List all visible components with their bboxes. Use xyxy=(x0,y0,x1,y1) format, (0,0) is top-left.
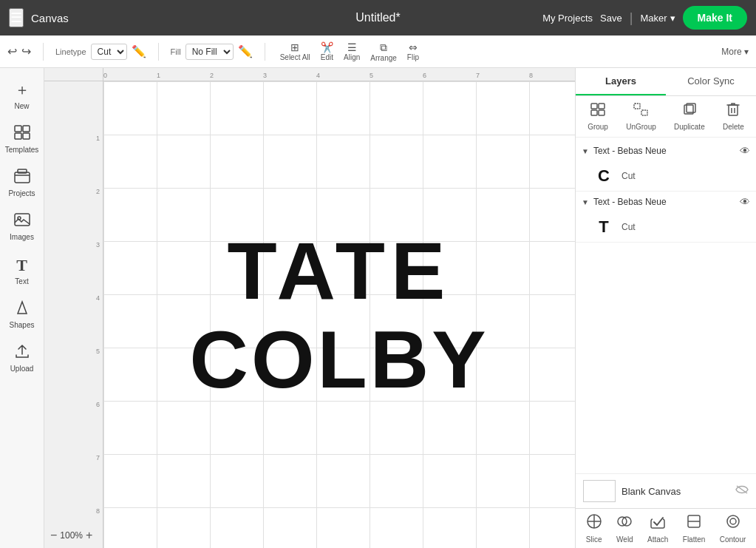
canvas-content: TATE COLBY xyxy=(103,81,575,548)
right-panel: Layers Color Sync Group UnGroup xyxy=(575,68,756,548)
undo-button[interactable]: ↩ xyxy=(7,44,17,58)
ruler-v-tick-4: 4 xyxy=(96,294,100,302)
group-label: Group xyxy=(588,123,608,131)
attach-icon xyxy=(650,513,666,533)
sidebar-item-projects[interactable]: Projects xyxy=(3,163,41,203)
maker-button[interactable]: Maker ▾ xyxy=(640,13,675,24)
arrange-btn[interactable]: ⧉ Arrange xyxy=(370,41,397,62)
ruler-h-tick-1: 1 xyxy=(157,72,160,79)
flatten-label: Flatten xyxy=(683,535,706,544)
duplicate-tool[interactable]: Duplicate xyxy=(674,102,705,131)
text-canvas[interactable]: TATE COLBY xyxy=(190,230,489,400)
my-projects-button[interactable]: My Projects xyxy=(542,13,593,24)
tab-layers[interactable]: Layers xyxy=(576,68,666,95)
svg-rect-5 xyxy=(18,169,27,173)
layer-eye-1[interactable]: 👁 xyxy=(740,145,750,157)
layer-item-label-2: Cut xyxy=(622,222,636,232)
attach-tool[interactable]: Attach xyxy=(647,513,668,544)
delete-icon xyxy=(725,102,741,121)
delete-label: Delete xyxy=(723,123,744,131)
ungroup-tool[interactable]: UnGroup xyxy=(626,102,656,131)
ruler-v-tick-7: 7 xyxy=(96,454,100,461)
sidebar-item-new[interactable]: ＋ New xyxy=(3,74,41,116)
layer-header-2[interactable]: ▼ Text - Bebas Neue 👁 xyxy=(576,192,756,212)
blank-canvas-row: Blank Canvas xyxy=(576,473,756,508)
make-it-button[interactable]: Make It xyxy=(683,6,747,30)
ruler-v-tick-2: 2 xyxy=(96,188,100,195)
fill-select[interactable]: No Fill xyxy=(185,44,234,60)
tab-color-sync[interactable]: Color Sync xyxy=(666,68,756,95)
layer-header-1[interactable]: ▼ Text - Bebas Neue 👁 xyxy=(576,141,756,161)
layer-item-2[interactable]: T Cut xyxy=(576,212,756,242)
delete-tool[interactable]: Delete xyxy=(723,102,744,131)
toolbar-actions: ⊞ Select All ✂️ Edit ☰ Align ⧉ Arrange ⇔… xyxy=(280,41,419,62)
svg-rect-8 xyxy=(591,104,597,109)
redo-button[interactable]: ↪ xyxy=(21,44,31,58)
blank-canvas-eye-button[interactable] xyxy=(735,484,749,498)
more-button[interactable]: More ▾ xyxy=(721,47,749,57)
svg-rect-3 xyxy=(23,133,30,139)
app-title: Canvas xyxy=(31,12,69,24)
templates-icon xyxy=(14,125,30,143)
contour-label: Contour xyxy=(720,535,746,544)
zoom-out-button[interactable]: − xyxy=(50,529,57,542)
toolbar: ↩ ↪ Linetype Cut ✏️ Fill No Fill ✏️ ⊞ Se… xyxy=(0,35,756,68)
ruler-v-tick-6: 6 xyxy=(96,401,100,408)
align-btn[interactable]: ☰ Align xyxy=(344,41,360,61)
flip-btn[interactable]: ⇔ Flip xyxy=(407,41,419,61)
zoom-in-button[interactable]: + xyxy=(86,529,92,542)
fill-color-btn[interactable]: ✏️ xyxy=(238,44,253,58)
images-icon xyxy=(14,212,30,231)
flatten-tool[interactable]: Flatten xyxy=(683,513,706,544)
sidebar: ＋ New Templates Projects Images T Text xyxy=(0,68,44,548)
hamburger-button[interactable]: ☰ xyxy=(9,8,24,27)
blank-canvas-label: Blank Canvas xyxy=(622,486,729,497)
svg-point-27 xyxy=(727,515,739,527)
group-tool[interactable]: Group xyxy=(588,102,608,131)
sidebar-item-new-label: New xyxy=(14,102,29,110)
sidebar-item-shapes[interactable]: Shapes xyxy=(3,294,41,335)
edit-btn[interactable]: ✂️ Edit xyxy=(321,41,333,61)
sidebar-item-text[interactable]: T Text xyxy=(3,250,41,291)
sidebar-item-images[interactable]: Images xyxy=(3,206,41,247)
svg-rect-12 xyxy=(634,104,640,109)
select-all-btn[interactable]: ⊞ Select All xyxy=(280,41,310,61)
toolbar-sep-2 xyxy=(158,43,159,61)
weld-tool[interactable]: Weld xyxy=(616,513,633,544)
toolbar-sep-1 xyxy=(43,43,44,61)
sidebar-item-templates[interactable]: Templates xyxy=(3,119,41,160)
svg-rect-16 xyxy=(729,105,738,115)
ungroup-label: UnGroup xyxy=(626,123,656,131)
linetype-color-btn[interactable]: ✏️ xyxy=(132,44,146,58)
layer-item-1[interactable]: C Cut xyxy=(576,161,756,191)
svg-rect-10 xyxy=(591,110,597,115)
undo-redo-group: ↩ ↪ xyxy=(7,44,31,58)
weld-icon xyxy=(616,513,633,533)
layer-eye-2[interactable]: 👁 xyxy=(740,196,750,208)
main-area: ＋ New Templates Projects Images T Text xyxy=(0,68,756,548)
group-icon xyxy=(590,102,606,121)
layer-item-label-1: Cut xyxy=(622,171,636,181)
duplicate-label: Duplicate xyxy=(674,123,705,131)
sidebar-item-upload-label: Upload xyxy=(10,365,34,373)
zoom-control: − 100% + xyxy=(50,529,92,542)
linetype-label: Linetype xyxy=(55,47,86,56)
sidebar-item-images-label: Images xyxy=(10,233,34,241)
sidebar-item-upload[interactable]: Upload xyxy=(3,338,41,379)
contour-tool[interactable]: Contour xyxy=(720,513,746,544)
sidebar-item-templates-label: Templates xyxy=(5,146,39,154)
ruler-v-tick-1: 1 xyxy=(96,135,100,142)
slice-icon xyxy=(586,513,602,533)
ruler-h-tick-7: 7 xyxy=(476,72,480,79)
text-line2[interactable]: COLBY xyxy=(190,319,489,400)
ruler-v-tick-8: 8 xyxy=(96,507,100,515)
text-line1[interactable]: TATE xyxy=(228,230,452,311)
linetype-select[interactable]: Cut xyxy=(91,44,127,60)
flatten-icon xyxy=(686,513,702,533)
save-button[interactable]: Save xyxy=(600,13,622,24)
bottom-tools: Slice Weld Attach Flatten xyxy=(576,508,756,548)
ruler-v-tick-5: 5 xyxy=(96,348,100,355)
new-icon: ＋ xyxy=(15,80,30,100)
slice-tool[interactable]: Slice xyxy=(586,513,602,544)
contour-icon xyxy=(725,513,741,533)
